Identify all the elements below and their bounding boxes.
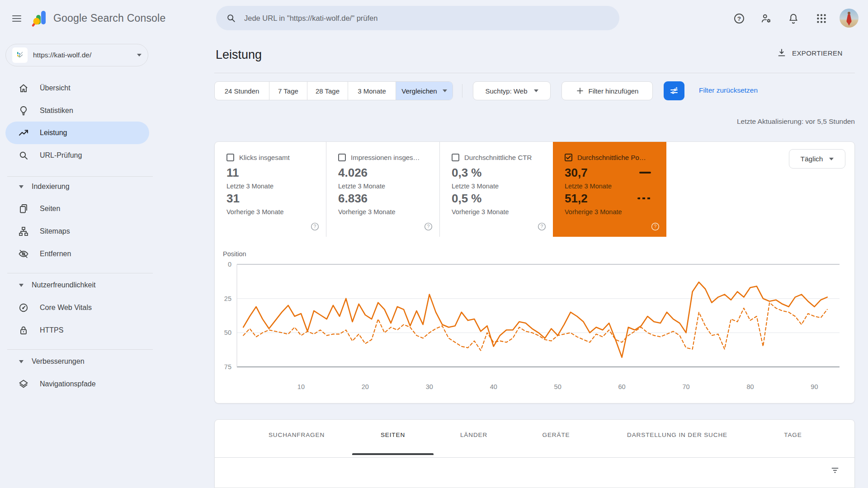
tab-seiten[interactable]: SEITEN: [381, 432, 405, 438]
google-search-console-app: Google Search Console ?: [0, 0, 868, 488]
add-filter-button[interactable]: Filter hinzufügen: [561, 81, 653, 100]
checkbox-unchecked-icon[interactable]: [226, 154, 234, 161]
property-favicon: [12, 47, 28, 63]
sidebar-item-leistung[interactable]: Leistung: [5, 122, 149, 144]
gauge-icon: [18, 302, 29, 313]
magnifier-icon: [18, 150, 29, 161]
tune-sparkle-icon: [669, 85, 679, 96]
url-inspect-input[interactable]: [243, 14, 609, 23]
reset-filters-link[interactable]: Filter zurücksetzen: [699, 86, 758, 94]
tab-tage[interactable]: TAGE: [784, 432, 802, 438]
metric-current-value: 11: [226, 166, 239, 180]
date-range-chip-group: 24 Stunden 7 Tage 28 Tage 3 Monate Vergl…: [214, 81, 453, 100]
account-settings-icon[interactable]: [760, 13, 772, 24]
tab-laender[interactable]: LÄNDER: [460, 432, 487, 438]
metric-previous-value: 0,5 %: [452, 192, 482, 206]
svg-text:70: 70: [682, 383, 689, 390]
sidebar-divider: [7, 349, 153, 350]
tab-geraete[interactable]: GERÄTE: [542, 432, 570, 438]
url-inspect-searchbar[interactable]: [216, 6, 619, 30]
metric-card-impressionen[interactable]: Impressionen insges… 4.026 Letzte 3 Mona…: [326, 142, 439, 237]
export-button[interactable]: EXPORTIEREN: [777, 48, 843, 58]
sidebar-item-navigationspfade[interactable]: Navigationspfade: [5, 373, 149, 395]
dashed-line-legend-icon: [637, 197, 651, 199]
download-icon: [777, 48, 787, 58]
home-icon: [18, 83, 29, 94]
granularity-dropdown[interactable]: Täglich: [789, 149, 845, 169]
metric-previous-value: 6.836: [338, 192, 368, 206]
tab-darstellung[interactable]: DARSTELLUNG IN DER SUCHE: [627, 432, 727, 438]
sidebar-item-seiten[interactable]: Seiten: [5, 197, 149, 220]
sidebar-item-entfernen[interactable]: Entfernen: [5, 243, 149, 265]
help-icon[interactable]: ?: [424, 222, 433, 231]
chip-7-tage[interactable]: 7 Tage: [269, 82, 307, 100]
quick-filter-button[interactable]: [664, 81, 684, 100]
sidebar-item-https[interactable]: HTTPS: [5, 319, 149, 342]
performance-panel: Klicks insgesamt 11 Letzte 3 Monate 31 V…: [214, 141, 855, 404]
collapse-triangle-icon: [19, 360, 24, 363]
sidebar-item-sitemaps[interactable]: Sitemaps: [5, 220, 149, 243]
sidebar-section-nutzerfreundlichkeit[interactable]: Nutzerfreundlichkeit: [5, 275, 149, 296]
help-icon[interactable]: ?: [733, 13, 745, 24]
sidebar-item-statistiken[interactable]: Statistiken: [5, 99, 149, 122]
chevron-down-icon: [829, 158, 834, 160]
avatar[interactable]: [840, 9, 859, 28]
chip-24-stunden[interactable]: 24 Stunden: [215, 82, 269, 100]
sidebar-divider: [7, 273, 153, 273]
dimension-tabs-panel: SUCHANFRAGEN SEITEN LÄNDER GERÄTE DARSTE…: [214, 419, 855, 488]
lock-icon: [18, 325, 29, 336]
last-update-text: Letzte Aktualisierung: vor 5,5 Stunden: [629, 117, 855, 126]
help-icon[interactable]: ?: [537, 222, 547, 231]
menu-icon[interactable]: [11, 13, 22, 24]
search-type-button[interactable]: Suchtyp: Web: [473, 81, 551, 100]
filterbar-separator: [462, 84, 462, 98]
metric-card-klicks[interactable]: Klicks insgesamt 11 Letzte 3 Monate 31 V…: [215, 142, 326, 237]
property-selector[interactable]: https://kati-wolf.de/: [5, 44, 148, 66]
chip-3-monate[interactable]: 3 Monate: [348, 82, 396, 100]
svg-text:10: 10: [297, 383, 305, 390]
sidebar-item-url-pruefung[interactable]: URL-Prüfung: [5, 144, 149, 167]
svg-text:50: 50: [554, 383, 561, 390]
metric-card-ctr[interactable]: Durchschnittliche CTR 0,3 % Letzte 3 Mon…: [440, 142, 553, 237]
property-url: https://kati-wolf.de/: [33, 51, 137, 59]
chip-28-tage[interactable]: 28 Tage: [307, 82, 348, 100]
plus-icon: [576, 87, 584, 95]
checkbox-unchecked-icon[interactable]: [452, 154, 459, 161]
metric-card-position[interactable]: Durchschnittliche Po… 30,7 Letzte 3 Mona…: [553, 142, 666, 237]
chevron-down-icon: [534, 89, 538, 92]
metric-current-value: 0,3 %: [452, 166, 482, 180]
layers-icon: [18, 379, 29, 389]
svg-text:?: ?: [654, 224, 657, 229]
notifications-icon[interactable]: [788, 13, 799, 24]
chevron-down-icon: [443, 89, 447, 92]
svg-text:30: 30: [426, 383, 433, 390]
table-filter-icon[interactable]: [830, 465, 840, 475]
sidebar-section-verbesserungen[interactable]: Verbesserungen: [5, 351, 149, 372]
active-tab-underline: [352, 453, 434, 455]
chart-y-axis-title: Position: [223, 250, 246, 258]
collapse-triangle-icon: [19, 185, 24, 188]
svg-text:40: 40: [490, 383, 497, 390]
checkbox-unchecked-icon[interactable]: [338, 154, 346, 161]
pages-icon: [18, 203, 29, 214]
collapse-triangle-icon: [19, 284, 24, 287]
apps-grid-icon[interactable]: [816, 13, 827, 24]
tab-suchanfragen[interactable]: SUCHANFRAGEN: [269, 432, 325, 438]
metric-current-value: 30,7: [565, 166, 588, 180]
search-icon: [226, 13, 236, 23]
lightbulb-icon: [18, 105, 29, 116]
sidebar-item-uebersicht[interactable]: Übersicht: [5, 77, 149, 99]
position-line-chart[interactable]: 0255075102030405060708090: [215, 260, 855, 398]
app-title: Google Search Console: [53, 12, 165, 24]
help-icon[interactable]: ?: [651, 222, 660, 231]
sidebar-item-core-web-vitals[interactable]: Core Web Vitals: [5, 296, 149, 319]
checkbox-checked-icon[interactable]: [565, 154, 572, 161]
chevron-down-icon: [137, 54, 142, 56]
header-divider: [214, 73, 855, 73]
svg-text:90: 90: [811, 383, 818, 390]
svg-text:80: 80: [746, 383, 754, 390]
sidebar-section-indexierung[interactable]: Indexierung: [5, 176, 149, 197]
chip-vergleichen[interactable]: Vergleichen: [396, 82, 453, 100]
svg-text:?: ?: [427, 224, 430, 229]
help-icon[interactable]: ?: [310, 222, 320, 231]
